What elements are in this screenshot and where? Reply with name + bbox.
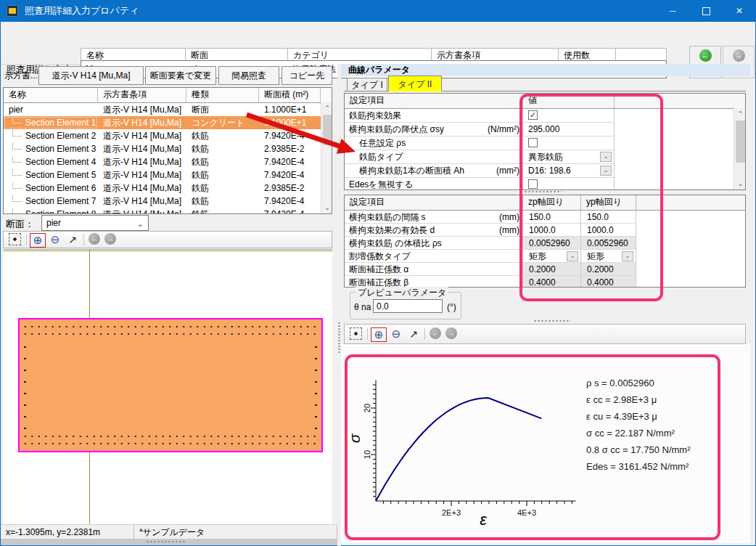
scroll-thumb[interactable]	[323, 115, 332, 145]
simple-check-button[interactable]: 簡易照査	[218, 66, 279, 85]
param-label-text: 横拘束鉄筋1本の断面積 Ah	[359, 164, 464, 177]
tab-type2[interactable]: タイプ II	[388, 76, 442, 91]
table-row[interactable]: Section Element 2道示-V H14 [Mu,Ma]鉄筋7.942…	[4, 129, 332, 142]
tab-type1[interactable]: タイプ I	[347, 78, 387, 91]
param-value-cell[interactable]: ✓	[523, 109, 615, 123]
pan-arrow-button[interactable]: ↗	[406, 327, 421, 341]
header-area[interactable]: 断面積 (m²)	[259, 88, 321, 102]
scroll-down-icon[interactable]: ⌄	[734, 178, 746, 190]
param-value-cell[interactable]: 異形鉄筋⌄	[523, 150, 615, 164]
scroll-thumb[interactable]	[736, 121, 745, 163]
table-row[interactable]: Section Element 1道示-V H14 [Mu,Ma]コンクリート1…	[4, 116, 332, 129]
view-back-button[interactable]: ←	[89, 233, 100, 245]
cell-name: Section Element 6	[4, 182, 98, 195]
cell-area: 7.9420E-4	[259, 195, 321, 208]
header-kind[interactable]: 種類	[186, 88, 259, 102]
param-yp-cell[interactable]: 150.0	[581, 211, 636, 224]
param-label-text: 横拘束鉄筋の降伏点 σsy	[349, 123, 444, 136]
dropdown-button[interactable]: ⌄	[622, 251, 633, 261]
param-row: 割増係数タイプ矩形⌄矩形⌄	[345, 250, 745, 263]
table-vertical-scrollbar[interactable]: ⌃ ⌄	[321, 102, 332, 213]
dropdown-button[interactable]: ⌄	[600, 166, 612, 176]
maximize-button[interactable]	[689, 0, 723, 22]
param-label-text: 断面補正係数 β	[349, 276, 408, 288]
param-row: 断面補正係数 α0.20000.2000	[345, 263, 745, 276]
section-table-body: pier道示-V H14 [Mu,Ma]断面1.1000E+1Section E…	[4, 103, 332, 214]
copy-to-button[interactable]: コピー先	[282, 66, 332, 85]
col-header-name: 名称	[81, 48, 186, 61]
change-by-element-button[interactable]: 断面要素で変更	[145, 66, 216, 85]
spec-select-button[interactable]: 道示-V H14 [Mu,Ma]	[38, 66, 144, 85]
x-axis-label: ε	[480, 510, 487, 529]
theta-na-label: θ na	[354, 302, 371, 312]
chart-splitter-grip[interactable]	[533, 319, 571, 322]
scroll-up-icon[interactable]: ⌃	[734, 108, 746, 120]
titlebar[interactable]: 照査用詳細入力プロパティ ─ ✕	[0, 0, 756, 22]
table-row[interactable]: Section Element 7道示-V H14 [Mu,Ma]鉄筋7.942…	[4, 195, 332, 208]
view-forward-button[interactable]: →	[445, 327, 457, 339]
param-zp-cell[interactable]: 1000.0	[523, 224, 581, 237]
toolbar-separator	[367, 328, 368, 340]
checkbox[interactable]	[528, 138, 538, 147]
horizontal-scroll-strip[interactable]	[1, 539, 337, 545]
col-header-empty	[615, 48, 667, 61]
param-value-text: 150.0	[529, 211, 580, 224]
y-axis-label: σ	[346, 433, 363, 443]
section-dropdown[interactable]: pier ⌄	[41, 215, 149, 231]
param-label-text: 鉄筋タイプ	[359, 150, 403, 163]
param-yp-cell[interactable]: 矩形⌄	[581, 250, 636, 263]
table-row[interactable]: Section Element 5道示-V H14 [Mu,Ma]鉄筋7.942…	[4, 168, 332, 182]
y-tick-label: 10	[363, 450, 371, 459]
param-value-cell[interactable]	[523, 136, 615, 150]
table-row[interactable]: pier道示-V H14 [Mu,Ma]断面1.1000E+1	[4, 103, 332, 116]
param-yp-cell[interactable]: 1000.0	[581, 224, 636, 237]
zoom-out-button[interactable]: ⊖	[48, 233, 62, 246]
table-splitter-grip[interactable]	[524, 190, 562, 193]
param-table1-body: 鉄筋拘束効果✓横拘束鉄筋の降伏点 σsy(N/mm²)295.000任意設定 ρ…	[345, 109, 745, 190]
table-row[interactable]: Section Element 4道示-V H14 [Mu,Ma]鉄筋7.942…	[4, 155, 332, 168]
dropdown-button[interactable]: ⌄	[600, 152, 612, 162]
zoom-in-button[interactable]: ⊕	[371, 327, 387, 342]
section-element-table: 名称 示方書条項 種類 断面積 (m²) pier道示-V H14 [Mu,Ma…	[3, 87, 332, 214]
param-zp-cell[interactable]: 矩形⌄	[523, 250, 581, 263]
zoom-in-button[interactable]: ⊕	[30, 233, 46, 248]
close-button[interactable]: ✕	[723, 0, 756, 22]
scroll-up-icon[interactable]: ⌃	[321, 102, 332, 114]
concrete-section-shape[interactable]	[18, 318, 323, 452]
fit-view-button[interactable]	[350, 327, 362, 340]
scroll-grip[interactable]	[146, 540, 186, 544]
param-unit: (mm)	[499, 224, 519, 236]
view-back-button[interactable]: ←	[430, 327, 441, 339]
spec-book-label: 示方書...	[4, 70, 38, 82]
param-label: 断面補正係数 α	[345, 263, 523, 276]
rebar-dots-left	[22, 341, 28, 431]
scroll-down-icon[interactable]: ⌄	[321, 202, 332, 213]
param-table1-scrollbar[interactable]: ⌃ ⌄	[734, 108, 746, 190]
dropdown-button[interactable]: ⌄	[567, 251, 578, 261]
zoom-out-button[interactable]: ⊖	[389, 327, 403, 341]
param-label-text: 断面補正係数 α	[349, 263, 408, 275]
param-row: 横拘束鉄筋 の体積比 ρs0.00529600.0052960	[345, 237, 745, 250]
param-unit: (mm)	[499, 211, 519, 223]
table-row[interactable]: Section Element 6道示-V H14 [Mu,Ma]鉄筋2.938…	[4, 182, 332, 195]
theta-na-input[interactable]	[373, 299, 443, 313]
minimize-button[interactable]: ─	[656, 0, 689, 22]
header-spec[interactable]: 示方書条項	[98, 88, 186, 102]
param-value-cell[interactable]: 295.000	[523, 123, 615, 136]
table-row[interactable]: Section Element 8道示-V H14 [Mu,Ma]鉄筋7.942…	[4, 208, 332, 214]
fit-view-button[interactable]	[9, 233, 21, 245]
header-name[interactable]: 名称	[4, 88, 98, 102]
statusbar: x=-1.3095m, y=2.2381m *サンプルデータ	[1, 524, 337, 539]
checkbox[interactable]: ✓	[528, 110, 538, 120]
cell-spec: 道示-V H14 [Mu,Ma]	[98, 155, 186, 168]
pan-arrow-button[interactable]: ↗	[65, 233, 80, 246]
table-row[interactable]: Section Element 3道示-V H14 [Mu,Ma]鉄筋2.938…	[4, 142, 332, 155]
chevron-down-icon: ⌄	[137, 216, 144, 231]
checkbox[interactable]	[528, 179, 538, 189]
param-row: 鉄筋タイプ異形鉄筋⌄	[345, 150, 745, 164]
view-forward-button[interactable]: →	[104, 233, 116, 245]
param-zp-cell[interactable]: 150.0	[523, 211, 581, 224]
param-value-cell[interactable]: D16: 198.6⌄	[523, 164, 615, 178]
cell-area: 7.9420E-4	[259, 155, 321, 168]
param-value-cell[interactable]	[523, 178, 615, 190]
